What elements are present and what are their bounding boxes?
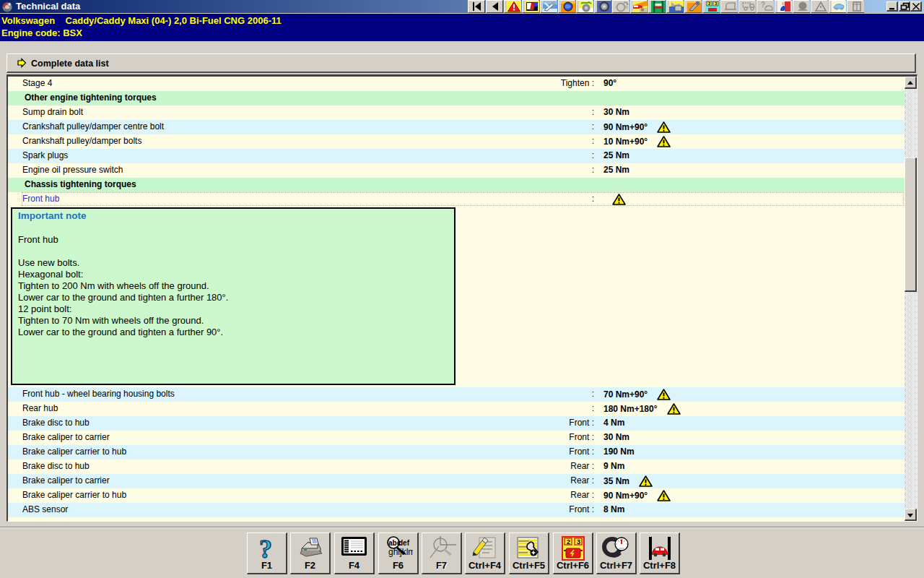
svg-text:?: ? xyxy=(259,536,272,562)
svg-text:3: 3 xyxy=(577,538,580,545)
svg-text:?: ? xyxy=(761,1,765,9)
svg-text:T: T xyxy=(620,539,623,543)
svg-text:2: 2 xyxy=(567,538,570,545)
svg-text:abc: abc xyxy=(388,539,401,547)
